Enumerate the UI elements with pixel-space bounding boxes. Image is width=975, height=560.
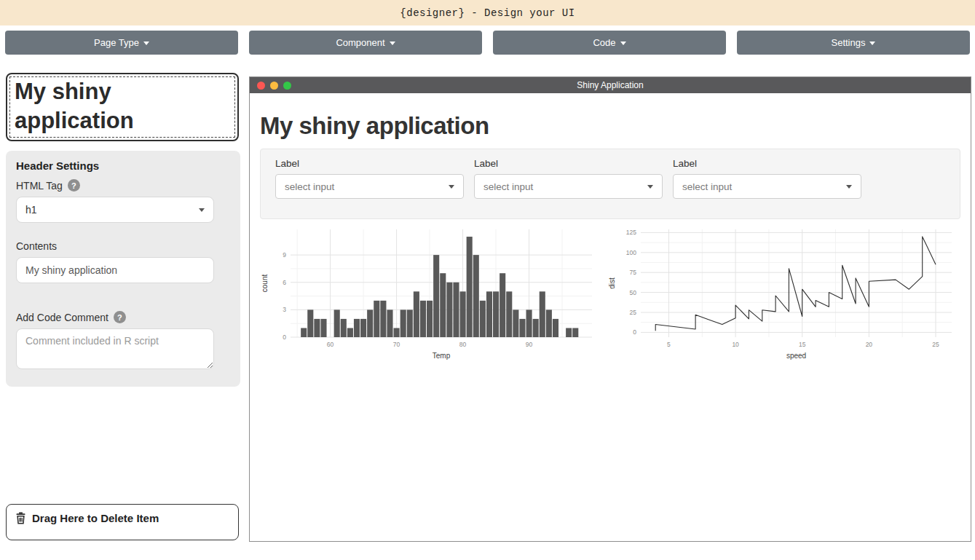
select-input-group: Label select input [268, 158, 467, 198]
close-window-icon[interactable] [257, 82, 265, 90]
delete-drop-zone[interactable]: Drag Here to Delete Item [6, 504, 239, 540]
svg-text:75: 75 [629, 269, 636, 276]
svg-text:speed: speed [786, 352, 805, 360]
svg-text:15: 15 [799, 341, 806, 348]
window-titlebar: Shiny Application [250, 77, 971, 93]
select-input-dropdown[interactable]: select input [275, 174, 464, 199]
select-input-dropdown[interactable]: select input [474, 174, 663, 199]
help-icon[interactable]: ? [114, 311, 126, 323]
trash-icon [15, 512, 26, 524]
svg-text:9: 9 [283, 251, 286, 259]
caret-down-icon [449, 185, 454, 189]
svg-text:80: 80 [459, 341, 467, 348]
caret-down-icon [199, 208, 205, 212]
svg-text:6: 6 [283, 279, 286, 286]
svg-text:125: 125 [625, 229, 636, 236]
svg-text:90: 90 [526, 341, 533, 348]
window-body: My shiny application Label select input … [250, 112, 971, 362]
svg-text:25: 25 [932, 341, 939, 348]
app-heading: My shiny application [260, 112, 960, 140]
toolbar: Page Type Component Code Settings [0, 25, 975, 60]
page-type-label: Page Type [94, 37, 139, 48]
html-tag-label: HTML Tag [16, 180, 63, 192]
select-input-group: Label select input [467, 158, 666, 198]
svg-text:70: 70 [393, 341, 400, 348]
svg-text:3: 3 [283, 306, 286, 313]
svg-text:100: 100 [625, 249, 636, 256]
select-input-dropdown[interactable]: select input [673, 174, 861, 199]
traffic-lights [257, 77, 291, 93]
select-input-label: Label [474, 158, 666, 169]
code-comment-label-row: Add Code Comment ? [16, 311, 230, 323]
contents-label: Contents [16, 240, 57, 252]
minimize-window-icon[interactable] [270, 82, 278, 90]
svg-text:Temp: Temp [433, 352, 451, 360]
code-comment-textarea[interactable] [16, 328, 214, 369]
caret-down-icon [647, 185, 653, 189]
charts-row: 607080900369Tempcount 510152025025507510… [260, 224, 960, 362]
temp-histogram-chart: 607080900369Tempcount [260, 224, 600, 362]
html-tag-label-row: HTML Tag ? [16, 179, 230, 192]
component-dropdown-button[interactable]: Component [249, 31, 482, 55]
header-preview-text: My shiny application [9, 76, 235, 138]
select-input-label: Label [275, 158, 467, 169]
svg-text:25: 25 [629, 309, 636, 316]
page-type-dropdown-button[interactable]: Page Type [5, 31, 238, 55]
contents-label-row: Contents [16, 240, 230, 252]
shiny-app-preview-window: Shiny Application My shiny application L… [249, 76, 971, 542]
caret-down-icon [869, 42, 875, 45]
caret-down-icon [390, 42, 395, 45]
select-inputs-row: Label select input Label select input La… [260, 149, 960, 219]
window-title: Shiny Application [577, 80, 643, 90]
svg-text:0: 0 [283, 334, 286, 341]
select-input-placeholder: select input [285, 181, 334, 192]
header-settings-panel: Header Settings HTML Tag ? h1 Contents A… [6, 151, 240, 387]
select-input-group: Label select input [666, 158, 864, 198]
speed-dist-line-chart: 5101520250255075100125speeddist [607, 224, 960, 362]
caret-down-icon [620, 42, 626, 45]
html-tag-select[interactable]: h1 [16, 197, 214, 223]
caret-down-icon [143, 42, 149, 45]
designer-titlebar: {designer} - Design your UI [0, 0, 975, 25]
settings-dropdown-button[interactable]: Settings [737, 31, 970, 55]
svg-text:50: 50 [629, 289, 636, 296]
svg-text:count: count [261, 275, 269, 293]
settings-label: Settings [832, 37, 866, 48]
svg-text:5: 5 [667, 341, 671, 348]
contents-input[interactable] [16, 257, 214, 283]
help-icon[interactable]: ? [68, 179, 80, 192]
designer-title: {designer} - Design your UI [400, 7, 575, 19]
svg-text:60: 60 [327, 341, 334, 348]
svg-text:10: 10 [732, 341, 739, 348]
panel-title: Header Settings [16, 159, 230, 172]
select-input-placeholder: select input [682, 181, 732, 192]
component-label: Component [336, 37, 384, 48]
code-label: Code [593, 37, 615, 48]
select-input-placeholder: select input [483, 181, 533, 192]
code-dropdown-button[interactable]: Code [493, 31, 726, 55]
select-input-label: Label [673, 158, 864, 169]
caret-down-icon [846, 185, 852, 189]
delete-zone-label: Drag Here to Delete Item [32, 512, 159, 524]
svg-text:dist: dist [608, 277, 616, 289]
code-comment-label: Add Code Comment [16, 312, 108, 323]
svg-text:20: 20 [865, 341, 872, 348]
zoom-window-icon[interactable] [283, 82, 291, 90]
svg-text:0: 0 [633, 328, 636, 336]
selected-header-preview-card[interactable]: My shiny application [6, 73, 239, 141]
html-tag-selected-value: h1 [25, 204, 37, 216]
main-layout: My shiny application Header Settings HTM… [0, 60, 975, 560]
